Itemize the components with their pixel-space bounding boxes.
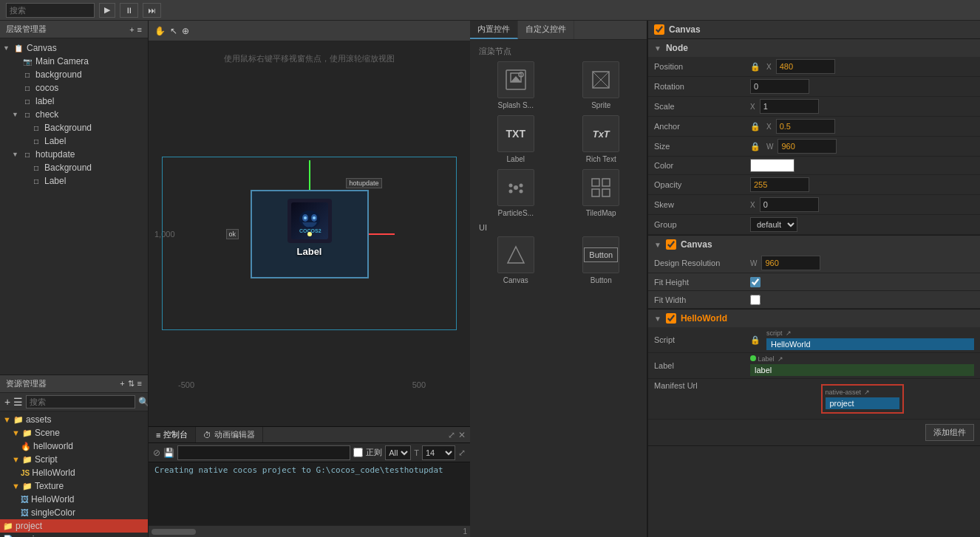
toolbar-btn-1[interactable]: ▶ xyxy=(99,3,115,18)
asset-item-helloworldtex[interactable]: 🖼 HelloWorld xyxy=(0,493,148,506)
tree-item-cocos[interactable]: □ cocos xyxy=(0,81,148,95)
tiledmap-icon xyxy=(582,169,619,206)
canvas-comp-checkbox[interactable] xyxy=(666,239,676,250)
comp-item-particle[interactable]: ParticleS... xyxy=(476,169,556,217)
group-label: Group xyxy=(654,220,750,229)
tree-item-hotupdate-bg[interactable]: □ Background xyxy=(0,161,148,174)
rotation-input[interactable] xyxy=(750,79,809,94)
font-size-select[interactable]: 14 xyxy=(422,445,455,460)
tree-label-canvas: Canvas xyxy=(27,43,57,53)
expand-panel-btn[interactable]: ⤢ xyxy=(448,430,455,440)
canvas-enable-checkbox[interactable] xyxy=(654,24,664,35)
helloworld-title: HelloWorld xyxy=(681,313,727,324)
toolbar-btn-3[interactable]: ⏭ xyxy=(143,3,161,18)
hierarchy-add-btn[interactable]: + xyxy=(129,25,134,34)
scene-canvas[interactable]: 使用鼠标右键平移视窗焦点，使用滚轮缩放视图 1,000 -500 500 hot… xyxy=(149,41,470,426)
scene-transform-icon[interactable]: ⊕ xyxy=(182,26,189,36)
group-select[interactable]: default xyxy=(750,217,797,232)
asset-panel: 资源管理器 + ⇅ ≡ + ☰ 🔍 ▼ 📁 assets xyxy=(0,374,148,537)
tab-animation[interactable]: ⏱ 动画编辑器 xyxy=(196,427,263,442)
tree-item-main-camera[interactable]: 📷 Main Camera xyxy=(0,55,148,68)
save-log-btn[interactable]: 💾 xyxy=(163,448,174,458)
asset-item-project[interactable]: 📁 project xyxy=(0,519,148,533)
helloworld-header[interactable]: ▼ HelloWorld xyxy=(648,309,980,327)
comp-item-splash[interactable]: Splash S... xyxy=(476,61,556,109)
color-preview[interactable] xyxy=(750,159,794,172)
asset-item-assets[interactable]: ▼ 📁 assets xyxy=(0,413,148,426)
anchor-x-input[interactable] xyxy=(776,119,835,134)
tree-item-hotupdate[interactable]: ▼ □ hotupdate xyxy=(0,148,148,161)
tree-item-check-bg[interactable]: □ Background xyxy=(0,121,148,134)
script-ref[interactable]: HelloWorld xyxy=(766,338,974,350)
other-grid: ParticleS... TiledMa xyxy=(476,169,641,217)
design-res-w-input[interactable] xyxy=(761,256,820,270)
native-link-icon[interactable]: ↗ xyxy=(864,389,870,396)
asset-item-helloworld-scene[interactable]: 🔥 helloworld xyxy=(0,439,148,453)
comp-item-button[interactable]: Button Button xyxy=(562,236,642,284)
asset-add-icon[interactable]: + xyxy=(4,396,10,408)
fit-height-value xyxy=(750,277,974,287)
canvas-top-header[interactable]: Canvas xyxy=(648,21,980,38)
cocos-icon: □ xyxy=(22,83,33,93)
label-comp-icon: TXT xyxy=(497,115,534,152)
transform-arrow-right xyxy=(369,233,395,235)
tab-builtin[interactable]: 内置控件 xyxy=(470,21,518,39)
scale-x-input[interactable] xyxy=(760,99,819,114)
regex-checkbox[interactable] xyxy=(353,448,363,457)
log-filter-input[interactable] xyxy=(177,445,350,460)
tree-item-canvas[interactable]: ▼ 📋 Canvas xyxy=(0,41,148,55)
expand-log-btn[interactable]: ⤢ xyxy=(458,448,466,458)
fit-height-checkbox[interactable] xyxy=(750,277,760,287)
script-link-icon[interactable]: ↗ xyxy=(786,329,792,337)
log-level-select[interactable]: All xyxy=(385,445,411,460)
asset-search-btn[interactable]: 🔍 xyxy=(138,397,149,407)
clear-log-btn[interactable]: ⊘ xyxy=(153,448,160,458)
asset-menu-btn[interactable]: ≡ xyxy=(137,379,142,389)
skew-x-input[interactable] xyxy=(760,197,819,212)
helloworld-checkbox[interactable] xyxy=(666,313,676,324)
asset-item-singlecolor[interactable]: 🖼 singleColor xyxy=(0,506,148,519)
label-icon: □ xyxy=(22,96,33,106)
asset-item-version[interactable]: 📄 version xyxy=(0,533,148,537)
scene-select-icon[interactable]: ↖ xyxy=(170,26,177,36)
comp-item-canvas[interactable]: Canvas xyxy=(476,236,556,284)
asset-sort-btn[interactable]: ⇅ xyxy=(128,379,135,389)
tree-item-background[interactable]: □ background xyxy=(0,68,148,81)
comp-item-rich-text[interactable]: TxT Rich Text xyxy=(562,115,642,163)
asset-item-texture[interactable]: ▼ 📁 Texture xyxy=(0,479,148,493)
tree-item-label[interactable]: □ label xyxy=(0,95,148,108)
canvas-comp-header[interactable]: ▼ Canvas xyxy=(648,236,980,253)
asset-list-icon[interactable]: ☰ xyxy=(13,396,23,408)
tree-item-check[interactable]: ▼ □ check xyxy=(0,108,148,121)
toolbar-btn-2[interactable]: ⏸ xyxy=(120,3,138,18)
label-ref[interactable]: label xyxy=(750,364,974,376)
size-lock: 🔒 xyxy=(750,142,760,151)
asset-item-script[interactable]: ▼ 📁 Script xyxy=(0,453,148,466)
scroll-bar[interactable]: 1 xyxy=(149,525,470,537)
search-input[interactable] xyxy=(6,3,95,18)
tree-item-hotupdate-label[interactable]: □ Label xyxy=(0,174,148,188)
opacity-input[interactable] xyxy=(750,177,809,192)
comp-item-label[interactable]: TXT Label xyxy=(476,115,556,163)
tree-item-check-label[interactable]: □ Label xyxy=(0,134,148,148)
scroll-thumb[interactable] xyxy=(152,529,196,535)
asset-add-btn[interactable]: + xyxy=(120,379,124,389)
asset-search-input[interactable] xyxy=(26,395,135,408)
close-panel-btn[interactable]: ✕ xyxy=(458,430,466,440)
tab-custom[interactable]: 自定义控件 xyxy=(518,21,574,39)
asset-item-scene[interactable]: ▼ 📁 Scene xyxy=(0,426,148,439)
label-link-icon[interactable]: ↗ xyxy=(777,355,783,363)
native-ref[interactable]: project xyxy=(826,397,899,409)
label-prop-value: Label ↗ label xyxy=(750,355,974,376)
node-header[interactable]: ▼ Node xyxy=(648,39,980,57)
tab-console[interactable]: ≡ 控制台 xyxy=(149,427,196,442)
fit-width-checkbox[interactable] xyxy=(750,295,760,305)
hierarchy-menu-btn[interactable]: ≡ xyxy=(137,25,142,34)
scene-move-icon[interactable]: ✋ xyxy=(154,26,166,36)
comp-item-tiledmap[interactable]: TiledMap xyxy=(562,169,642,217)
add-component-btn[interactable]: 添加组件 xyxy=(925,424,974,441)
position-x-input[interactable] xyxy=(776,59,835,74)
size-w-input[interactable] xyxy=(777,139,837,154)
comp-item-sprite[interactable]: Sprite xyxy=(562,61,642,109)
asset-item-helloworld-js[interactable]: JS HelloWorld xyxy=(0,466,148,479)
